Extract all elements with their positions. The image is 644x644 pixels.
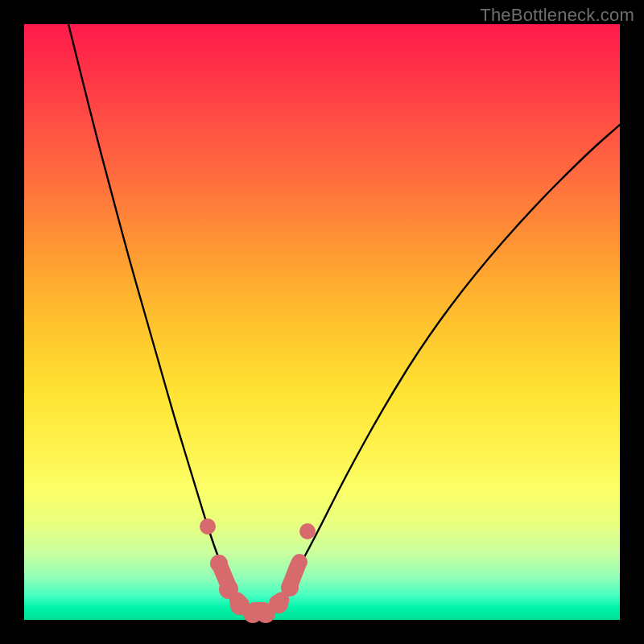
plot-area	[24, 24, 620, 620]
chart-marker	[200, 518, 216, 535]
valley-stroke	[246, 602, 272, 618]
watermark-text: TheBottleneck.com	[480, 5, 634, 26]
bottleneck-curve	[24, 24, 620, 620]
chart-marker	[299, 523, 316, 539]
outer-frame: TheBottleneck.com	[0, 0, 644, 644]
